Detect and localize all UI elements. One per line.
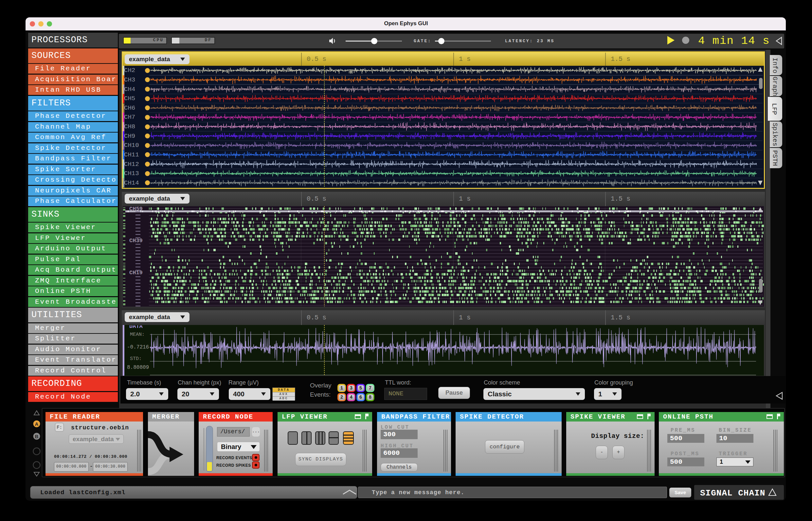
svg-text:B: B [35, 434, 39, 439]
svg-text:A: A [35, 421, 39, 427]
